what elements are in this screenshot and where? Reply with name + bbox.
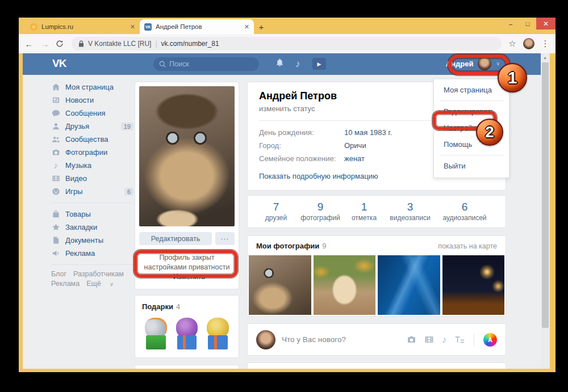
show-on-map-link[interactable]: показать на карте xyxy=(438,242,497,250)
sidebar-item-games[interactable]: Игры 6 xyxy=(51,185,133,198)
counter-tags[interactable]: 1отметка xyxy=(343,201,385,222)
notifications-bell-icon[interactable] xyxy=(275,58,284,67)
city-link[interactable]: Оричи xyxy=(344,141,366,150)
shopping-bag-icon xyxy=(51,210,60,219)
video-icon[interactable]: ▶ xyxy=(312,58,326,70)
counter-videos[interactable]: 3видеозаписи xyxy=(385,201,435,222)
annotation-highlight-privacy xyxy=(134,250,237,277)
music-icon[interactable]: ♪ xyxy=(295,58,300,70)
tab-close-icon[interactable]: ✕ xyxy=(244,23,249,31)
search-placeholder: Поиск xyxy=(169,60,189,68)
sidebar-item-ads[interactable]: Реклама xyxy=(51,247,133,260)
new-tab-button[interactable]: + xyxy=(254,19,269,34)
gift-item[interactable] xyxy=(143,318,169,349)
more-actions-button[interactable]: ··· xyxy=(215,232,235,245)
sidebar-footer-links: БлогРазработчикам РекламаЕщё ∨ xyxy=(51,269,133,289)
tab-title: Андрей Петров xyxy=(156,23,240,30)
photo-thumbnail[interactable] xyxy=(249,255,311,315)
games-count-badge: 6 xyxy=(124,188,133,196)
person-icon xyxy=(51,122,60,131)
annotation-step-badge: 1 xyxy=(498,63,527,92)
profile-left-column: Редактировать ··· Профиль закрыт настрой… xyxy=(135,82,239,369)
annotation-step-badge: 2 xyxy=(476,119,503,146)
my-photos-title[interactable]: Мои фотографии xyxy=(256,242,319,250)
attach-photo-icon[interactable] xyxy=(407,335,416,344)
post-composer-card: Что у Вас нового? ♪ A xyxy=(247,323,506,356)
sidebar-item-photos[interactable]: Фотографии xyxy=(51,146,133,159)
browser-profile-avatar[interactable] xyxy=(523,38,534,49)
browser-tab-lumpics[interactable]: Lumpics.ru ✕ xyxy=(26,19,140,34)
gift-item[interactable] xyxy=(174,318,200,349)
people-icon xyxy=(51,135,60,144)
footer-link-ads[interactable]: Реклама xyxy=(51,280,80,288)
menu-item-logout[interactable]: Выйти xyxy=(434,158,509,174)
search-icon xyxy=(159,61,166,68)
window-controls: – □ ✕ xyxy=(502,18,556,29)
sidebar-item-my-page[interactable]: Моя страница xyxy=(51,81,133,94)
marital-status-link[interactable]: женат xyxy=(344,154,365,163)
show-detailed-info-link[interactable]: Показать подробную информацию xyxy=(259,172,378,180)
sidebar-item-documents[interactable]: Документы xyxy=(51,234,133,247)
browser-menu-icon[interactable]: ⋮ xyxy=(540,39,550,49)
counter-friends[interactable]: 7друзей xyxy=(254,201,298,222)
sidebar-item-messages[interactable]: Сообщения xyxy=(51,107,133,120)
composer-input[interactable]: Что у Вас нового? xyxy=(282,335,400,344)
close-button[interactable]: ✕ xyxy=(536,18,556,29)
sidebar-item-communities[interactable]: Сообщества xyxy=(51,133,133,146)
minimize-button[interactable]: – xyxy=(502,18,519,29)
sidebar-item-bookmarks[interactable]: Закладки xyxy=(51,221,133,234)
address-bar[interactable]: V Kontakte LLC [RU] | vk.com/number_81 xyxy=(72,37,502,50)
birthday-link[interactable]: 10 мая 1983 г. xyxy=(344,128,392,137)
page-url[interactable]: vk.com/number_81 xyxy=(161,40,219,48)
attach-video-icon[interactable] xyxy=(424,335,434,344)
site-identity[interactable]: V Kontakte LLC [RU] xyxy=(88,40,151,48)
post-style-icon[interactable]: A xyxy=(483,333,497,347)
maximize-button[interactable]: □ xyxy=(519,18,536,29)
browser-toolbar: ← → V Kontakte LLC [RU] | vk.com/number_… xyxy=(19,34,556,53)
menu-divider xyxy=(440,100,503,101)
profile-photo[interactable] xyxy=(139,86,235,226)
menu-item-my-page[interactable]: Моя страница xyxy=(434,82,509,98)
gifts-title[interactable]: Подарки xyxy=(142,302,173,311)
gifts-count: 4 xyxy=(176,302,180,311)
footer-link-developers[interactable]: Разработчикам xyxy=(73,270,124,278)
browser-tab-vk[interactable]: VK Андрей Петров ✕ xyxy=(140,19,254,34)
tab-close-icon[interactable]: ✕ xyxy=(130,23,135,31)
scrollbar-thumb[interactable] xyxy=(542,62,549,328)
counter-photos[interactable]: 9фотографий xyxy=(298,201,343,222)
sidebar-divider xyxy=(51,264,133,265)
star-icon xyxy=(51,223,60,232)
document-icon xyxy=(51,236,60,245)
edit-profile-button[interactable]: Редактировать xyxy=(139,232,212,245)
counters-card: 7друзей 9фотографий 1отметка 3видеозапис… xyxy=(247,195,506,228)
photo-strip xyxy=(248,255,506,315)
footer-link-blog[interactable]: Блог xyxy=(51,270,66,278)
bookmark-star-icon[interactable]: ☆ xyxy=(507,39,517,49)
footer-link-more[interactable]: Ещё ∨ xyxy=(86,280,120,288)
sidebar-nav: Моя страница Новости Сообщения Друзья 19… xyxy=(51,81,133,289)
photo-thumbnail[interactable] xyxy=(314,255,376,315)
page-scrollbar[interactable]: ▲ xyxy=(541,53,550,369)
sidebar-item-goods[interactable]: Товары xyxy=(51,208,133,221)
article-icon[interactable] xyxy=(454,335,465,344)
back-icon[interactable]: ← xyxy=(24,39,34,49)
scroll-up-icon[interactable]: ▲ xyxy=(543,56,547,60)
photo-thumbnail[interactable] xyxy=(378,255,440,315)
refresh-icon[interactable] xyxy=(56,40,66,48)
attach-music-icon[interactable]: ♪ xyxy=(442,335,446,345)
sidebar-item-friends[interactable]: Друзья 19 xyxy=(51,120,133,133)
sidebar-item-video[interactable]: Видео xyxy=(51,172,133,185)
sidebar-item-news[interactable]: Новости xyxy=(51,94,133,107)
counter-audio[interactable]: 6аудиозаписей xyxy=(435,201,494,222)
film-icon xyxy=(51,174,60,183)
sidebar-item-music[interactable]: ♪ Музыка xyxy=(51,159,133,172)
megaphone-icon xyxy=(51,249,60,258)
friends-card: Друзья7 обновления xyxy=(135,365,239,369)
photo-thumbnail[interactable] xyxy=(442,255,505,315)
my-photos-count: 9 xyxy=(322,242,326,250)
gift-item[interactable] xyxy=(205,318,231,349)
vk-logo[interactable]: VK xyxy=(52,57,66,70)
vk-page: VK Поиск ♪ ▶ Андрей ∨ xyxy=(23,53,550,369)
forward-icon[interactable]: → xyxy=(40,39,50,49)
search-input[interactable]: Поиск xyxy=(153,57,259,71)
